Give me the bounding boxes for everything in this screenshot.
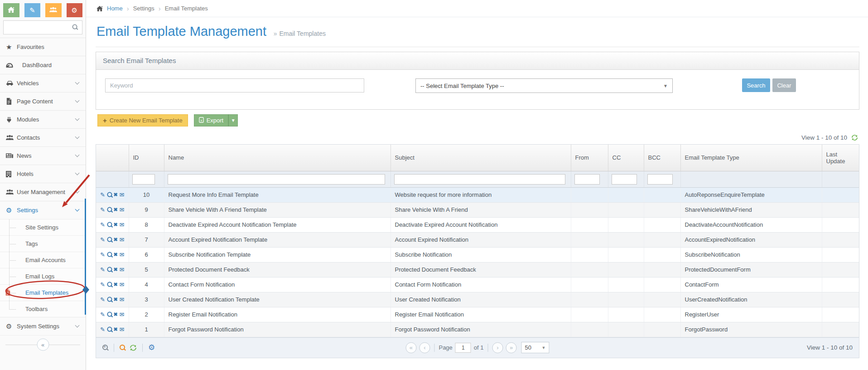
table-row[interactable]: ✎✖✉ 10Request More Info Email TemplateWe… [96,187,859,202]
table-row[interactable]: ✎✖✉ 4Contact Form NotificationContact Fo… [96,277,859,292]
settings-quick-button[interactable]: ⚙ [67,3,83,17]
email-icon[interactable]: ✉ [120,297,125,302]
col-header-cc[interactable]: CC [608,145,644,171]
col-header-name[interactable]: Name [164,145,391,171]
delete-icon[interactable]: ✖ [113,312,117,317]
sidebar-item-user-management[interactable]: User Management [0,183,86,201]
breadcrumb-settings[interactable]: Settings [133,5,154,12]
keyword-input[interactable] [105,78,364,92]
edit-icon[interactable]: ✎ [100,326,105,332]
edit-quick-button[interactable]: ✎ [24,3,41,17]
sidebar-search-input[interactable] [3,20,82,34]
filter-cc-input[interactable] [612,174,637,185]
delete-icon[interactable]: ✖ [113,222,117,227]
sidebar-item-favourites[interactable]: ★ Favourites [0,38,86,56]
table-row[interactable]: ✎✖✉ 8Deactivate Expired Account Notifica… [96,217,859,232]
sidebar-item-news[interactable]: News [0,146,86,165]
export-button[interactable]: x Export [194,114,229,127]
view-icon[interactable] [107,282,111,287]
delete-icon[interactable]: ✖ [113,282,117,287]
table-row[interactable]: ✎✖✉ 2Register Email NotificationRegister… [96,307,859,322]
sidebar-collapse-button[interactable]: « [37,338,49,351]
view-icon[interactable] [107,312,111,317]
filter-subject-input[interactable] [394,174,565,185]
table-row[interactable]: ✎✖✉ 3User Created Notification TemplateU… [96,292,859,307]
edit-icon[interactable]: ✎ [100,192,105,198]
delete-icon[interactable]: ✖ [113,297,117,302]
edit-icon[interactable]: ✎ [100,207,105,213]
edit-icon[interactable]: ✎ [100,297,105,302]
edit-icon[interactable]: ✎ [100,282,105,287]
email-icon[interactable]: ✉ [120,222,125,228]
refresh-icon[interactable] [851,134,858,141]
delete-icon[interactable]: ✖ [113,327,117,332]
edit-icon[interactable]: ✎ [100,312,105,317]
sidebar-item-modules[interactable]: Modules [0,110,86,128]
reload-grid-icon[interactable] [130,344,137,351]
sidebar-item-site-settings[interactable]: Site Settings [0,219,86,235]
view-icon[interactable] [107,267,111,273]
col-header-from[interactable]: From [571,145,608,171]
table-row[interactable]: ✎✖✉ 5Protected Document FeedbackProtecte… [96,262,859,277]
view-icon[interactable] [107,297,111,302]
view-icon[interactable] [107,207,111,213]
last-page-button[interactable]: » [506,342,517,353]
filter-from-input[interactable] [574,174,600,185]
delete-icon[interactable]: ✖ [113,237,117,242]
first-page-button[interactable]: « [405,342,416,353]
filter-name-input[interactable] [168,174,385,185]
sidebar-item-system-settings[interactable]: ⚙ System Settings [0,317,86,335]
edit-icon[interactable]: ✎ [100,252,105,258]
filter-bcc-input[interactable] [647,174,673,185]
email-icon[interactable]: ✉ [120,207,125,213]
email-icon[interactable]: ✉ [120,192,125,198]
sidebar-item-hotels[interactable]: Hotels [0,165,86,183]
table-row[interactable]: ✎✖✉ 9Share Vehicle With A Friend Templat… [96,202,859,217]
email-icon[interactable]: ✉ [120,282,125,287]
sidebar-item-page-content[interactable]: Page Content [0,92,86,110]
home-quick-button[interactable] [3,3,19,17]
view-icon[interactable] [107,327,111,332]
sidebar-item-email-logs[interactable]: Email Logs [0,268,86,284]
clear-button[interactable]: Clear [772,78,796,92]
col-header-type[interactable]: Email Template Type [680,145,822,171]
sidebar-item-dashboard[interactable]: DashBoard [0,56,86,74]
col-header-bcc[interactable]: BCC [644,145,680,171]
view-icon[interactable] [107,192,111,198]
template-type-select[interactable]: -- Select Email Template Type -- ▼ [415,78,673,93]
columns-gear-icon[interactable]: ⚙ [148,344,155,351]
toggle-search-icon[interactable]: + [102,345,108,351]
sidebar-item-vehicles[interactable]: Vehicles [0,74,86,92]
users-quick-button[interactable] [45,3,62,17]
view-icon[interactable] [107,222,111,228]
prev-page-button[interactable]: ‹ [419,342,430,353]
email-icon[interactable]: ✉ [120,252,125,258]
email-icon[interactable]: ✉ [120,267,125,273]
view-icon[interactable] [107,252,111,258]
col-header-id[interactable]: ID [129,145,164,171]
find-icon[interactable] [120,345,125,351]
sidebar-item-email-templates[interactable]: Email Templates [0,284,86,301]
search-button[interactable]: Search [742,78,770,92]
filter-id-input[interactable] [132,174,155,185]
create-template-button[interactable]: + Create New Email Template [97,114,188,127]
delete-icon[interactable]: ✖ [113,252,117,257]
table-row[interactable]: ✎✖✉ 1Forgot Password NotificationForgot … [96,322,859,337]
sidebar-item-toolbars[interactable]: Toolbars [0,301,86,317]
edit-icon[interactable]: ✎ [100,237,105,243]
sidebar-item-tags[interactable]: Tags [0,235,86,252]
view-icon[interactable] [107,237,111,243]
email-icon[interactable]: ✉ [120,326,125,332]
sidebar-item-settings[interactable]: ⚙ Settings [0,201,86,219]
sidebar-item-contacts[interactable]: Contacts [0,128,86,146]
email-icon[interactable]: ✉ [120,312,125,317]
email-icon[interactable]: ✉ [120,237,125,243]
col-header-last-update[interactable]: Last Update [822,145,859,171]
table-row[interactable]: ✎✖✉ 7Account Expired Notification Templa… [96,232,859,247]
breadcrumb-home[interactable]: Home [107,5,123,12]
page-number-input[interactable] [455,343,471,353]
home-icon[interactable] [96,6,103,11]
next-page-button[interactable]: › [492,342,503,353]
edit-icon[interactable]: ✎ [100,267,105,273]
delete-icon[interactable]: ✖ [113,267,117,272]
